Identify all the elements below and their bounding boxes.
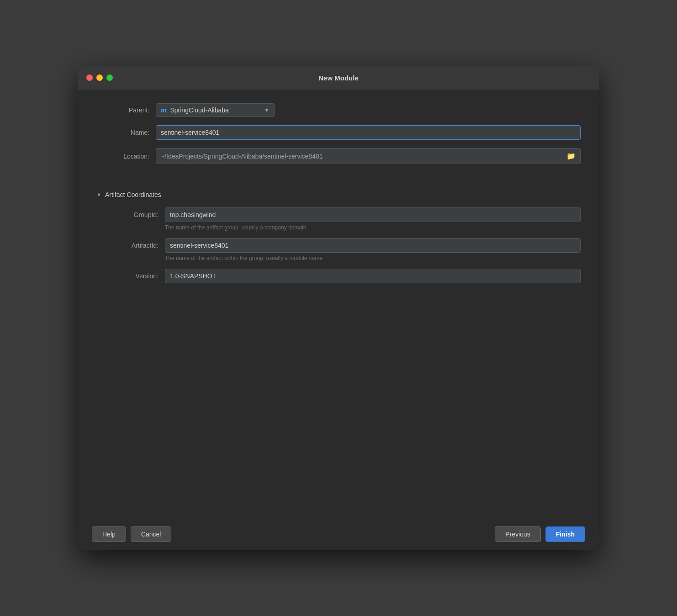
name-input[interactable] (156, 125, 581, 140)
parent-value: SpringCloud-Alibaba (170, 106, 260, 114)
new-module-dialog: New Module Parent: m SpringCloud-Alibaba… (78, 66, 599, 550)
location-field: ~/IdeaProjects/SpringCloud-Alibaba/senti… (156, 148, 581, 164)
artifactid-input[interactable] (165, 238, 581, 253)
left-buttons: Help Cancel (92, 526, 171, 542)
maximize-button[interactable] (106, 74, 113, 81)
window-controls (86, 74, 113, 81)
groupid-hint: The name of the artifact group, usually … (165, 224, 581, 231)
artifactid-field-group: The name of the artifact within the grou… (165, 238, 581, 266)
parent-dropdown[interactable]: m SpringCloud-Alibaba ▼ (156, 103, 275, 117)
name-row: Name: (96, 125, 581, 140)
artifact-section-title: Artifact Coordinates (105, 191, 161, 198)
previous-button[interactable]: Previous (495, 526, 540, 542)
artifactid-label: ArtifactId: (106, 238, 165, 249)
title-bar: New Module (78, 66, 599, 90)
version-row: Version: (96, 269, 581, 283)
chevron-down-icon: ▼ (264, 107, 270, 113)
parent-row: Parent: m SpringCloud-Alibaba ▼ (96, 103, 581, 117)
groupid-label: GroupId: (106, 207, 165, 218)
name-label: Name: (96, 129, 156, 136)
folder-icon[interactable]: 📁 (566, 152, 576, 160)
version-label: Version: (106, 269, 165, 280)
parent-label: Parent: (96, 106, 156, 114)
collapse-toggle-icon[interactable]: ▼ (96, 192, 101, 197)
location-label: Location: (96, 153, 156, 160)
cancel-button[interactable]: Cancel (131, 526, 172, 542)
version-field-group (165, 269, 581, 283)
groupid-input[interactable] (165, 207, 581, 222)
artifactid-row: ArtifactId: The name of the artifact wit… (96, 238, 581, 266)
maven-module-icon: m (161, 106, 166, 114)
right-buttons: Previous Finish (495, 526, 585, 542)
dialog-title: New Module (318, 74, 359, 82)
version-input[interactable] (165, 269, 581, 283)
finish-button[interactable]: Finish (545, 526, 585, 542)
divider (96, 177, 581, 177)
artifactid-hint: The name of the artifact within the grou… (165, 255, 581, 261)
location-value: ~/IdeaProjects/SpringCloud-Alibaba/senti… (161, 153, 323, 160)
bottom-bar: Help Cancel Previous Finish (78, 518, 599, 550)
groupid-row: GroupId: The name of the artifact group,… (96, 207, 581, 235)
help-button[interactable]: Help (92, 526, 126, 542)
dialog-content: Parent: m SpringCloud-Alibaba ▼ Name: Lo… (78, 90, 599, 518)
location-row: Location: ~/IdeaProjects/SpringCloud-Ali… (96, 148, 581, 164)
artifact-section-header: ▼ Artifact Coordinates (96, 191, 581, 198)
close-button[interactable] (86, 74, 93, 81)
groupid-field-group: The name of the artifact group, usually … (165, 207, 581, 235)
minimize-button[interactable] (96, 74, 103, 81)
